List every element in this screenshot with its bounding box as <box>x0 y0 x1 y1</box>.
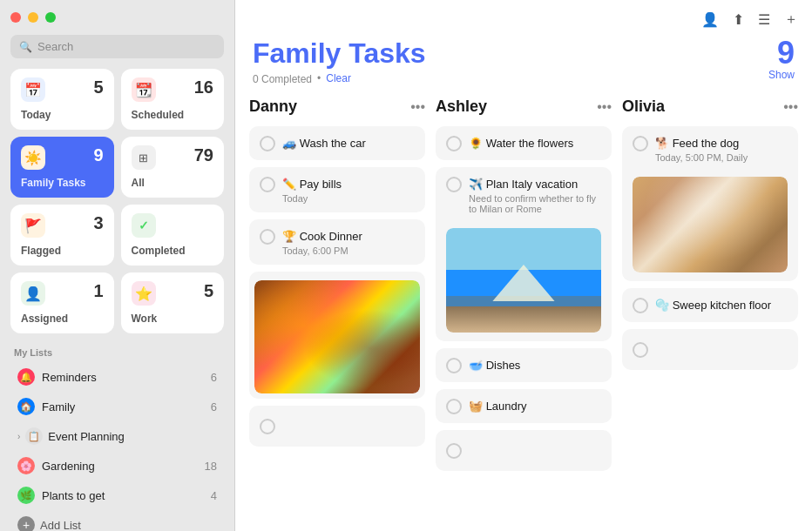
task-title: ✏️ Pay bills <box>282 178 342 191</box>
family-tasks-label: Family Tasks <box>21 177 104 189</box>
close-button[interactable] <box>10 12 21 23</box>
sidebar-item-family[interactable]: 🏠 Family 6 <box>10 393 224 420</box>
add-list-label: Add List <box>40 519 81 532</box>
sidebar-item-gardening[interactable]: 🌸 Gardening 18 <box>10 452 224 480</box>
search-input[interactable]: Search <box>37 40 73 53</box>
plants-label: Plants to get <box>42 489 105 502</box>
ashley-tasks: 🌻 Water the flowers ✈️ Plan Italy vacati… <box>436 126 612 517</box>
plus-icon[interactable]: ＋ <box>784 10 798 29</box>
flagged-icon: 🚩 <box>21 213 45 238</box>
all-icon: ⊞ <box>132 145 156 170</box>
task-empty-olivia[interactable] <box>622 329 798 370</box>
ashley-title: Ashley <box>436 97 487 116</box>
task-feed-dog[interactable]: 🐕 Feed the dog Today, 5:00 PM, Daily <box>622 126 798 281</box>
task-title: 🚙 Wash the car <box>282 137 366 150</box>
smart-card-today[interactable]: 📅 5 Today <box>10 69 114 130</box>
task-checkbox[interactable] <box>633 136 648 151</box>
flagged-count: 3 <box>93 213 103 233</box>
share-icon[interactable]: ⬆ <box>733 11 744 28</box>
sidebar-item-plants[interactable]: 🌿 Plants to get 4 <box>10 481 224 509</box>
event-planning-label: Event Planning <box>48 430 124 443</box>
work-icon: ⭐ <box>132 281 156 306</box>
task-checkbox[interactable] <box>260 177 275 192</box>
search-icon: 🔍 <box>19 41 32 53</box>
task-content: 🫧 Sweep kitchen floor <box>655 297 788 313</box>
task-dishes[interactable]: 🥣 Dishes <box>436 348 612 382</box>
task-wash-car[interactable]: 🚙 Wash the car <box>249 126 425 160</box>
smart-card-all[interactable]: ⊞ 79 All <box>121 137 225 198</box>
task-checkbox[interactable] <box>446 136 462 151</box>
task-content: 🥣 Dishes <box>469 357 601 373</box>
smart-card-work[interactable]: ⭐ 5 Work <box>121 272 225 333</box>
completed-status: 0 Completed <box>253 73 312 85</box>
sidebar-item-reminders[interactable]: 🔔 Reminders 6 <box>10 363 224 391</box>
task-pay-bills[interactable]: ✏️ Pay bills Today <box>249 167 425 212</box>
smart-card-assigned[interactable]: 👤 1 Assigned <box>10 272 114 333</box>
task-empty-danny[interactable] <box>249 406 425 447</box>
person-icon[interactable]: 👤 <box>701 11 719 28</box>
all-label: All <box>132 177 214 189</box>
danny-tasks: 🚙 Wash the car ✏️ Pay bills Today 🏆 Cook… <box>249 126 425 517</box>
smart-card-flagged[interactable]: 🚩 3 Flagged <box>10 205 114 266</box>
task-content: 🐕 Feed the dog Today, 5:00 PM, Daily <box>655 135 788 163</box>
list-icon[interactable]: ☰ <box>758 11 770 28</box>
task-title: 🌻 Water the flowers <box>469 137 573 150</box>
today-label: Today <box>21 109 104 121</box>
gardening-dot: 🌸 <box>17 457 35 474</box>
smart-grid: 📅 5 Today 📆 16 Scheduled ☀️ 9 Family Tas… <box>10 69 224 333</box>
show-button[interactable]: Show <box>768 69 795 81</box>
task-cook-dinner[interactable]: 🏆 Cook Dinner Today, 6:00 PM <box>249 219 425 265</box>
task-checkbox[interactable] <box>446 443 462 459</box>
task-sweep-floor[interactable]: 🫧 Sweep kitchen floor <box>622 288 798 322</box>
task-plan-italy[interactable]: ✈️ Plan Italy vacation Need to confirm w… <box>436 167 612 341</box>
task-checkbox[interactable] <box>446 177 462 192</box>
reminders-label: Reminders <box>42 371 97 384</box>
task-title: 🧺 Laundry <box>469 400 527 413</box>
danny-more-icon[interactable]: ••• <box>410 99 425 115</box>
toolbar: 👤 ⬆ ☰ ＋ <box>235 0 812 32</box>
scheduled-icon: 📆 <box>132 77 156 102</box>
task-food-image[interactable] <box>249 272 425 399</box>
assigned-icon: 👤 <box>21 281 45 306</box>
task-empty-ashley[interactable] <box>436 430 612 471</box>
column-danny: Danny ••• 🚙 Wash the car ✏️ Pay bills To… <box>249 94 425 517</box>
scheduled-label: Scheduled <box>132 109 214 121</box>
task-content: 🧺 Laundry <box>469 398 601 413</box>
task-laundry[interactable]: 🧺 Laundry <box>436 389 612 423</box>
task-checkbox[interactable] <box>633 298 648 313</box>
assigned-label: Assigned <box>21 313 104 325</box>
ashley-more-icon[interactable]: ••• <box>597 99 612 115</box>
column-ashley: Ashley ••• 🌻 Water the flowers ✈️ Pl <box>436 94 612 517</box>
add-list-button[interactable]: + Add List <box>10 509 224 531</box>
main-header: Family Tasks 0 Completed • Clear 9 Show <box>235 32 812 94</box>
task-count: 9 <box>777 37 795 69</box>
clear-button[interactable]: Clear <box>326 72 351 84</box>
task-subtitle: Today, 5:00 PM, Daily <box>655 152 788 163</box>
maximize-button[interactable] <box>45 12 56 23</box>
task-title: 🐕 Feed the dog <box>655 137 739 150</box>
smart-card-scheduled[interactable]: 📆 16 Scheduled <box>121 69 225 130</box>
task-subtitle: Today, 6:00 PM <box>282 245 415 256</box>
task-water-flowers[interactable]: 🌻 Water the flowers <box>436 126 612 160</box>
olivia-tasks: 🐕 Feed the dog Today, 5:00 PM, Daily 🫧 S… <box>622 126 798 517</box>
work-label: Work <box>132 313 214 325</box>
family-dot: 🏠 <box>17 398 35 415</box>
task-checkbox[interactable] <box>260 136 275 151</box>
columns-area: Danny ••• 🚙 Wash the car ✏️ Pay bills To… <box>235 94 812 531</box>
smart-card-family-tasks[interactable]: ☀️ 9 Family Tasks <box>10 137 114 198</box>
dog-image <box>633 177 788 272</box>
task-checkbox[interactable] <box>446 358 462 373</box>
task-checkbox[interactable] <box>633 342 648 358</box>
task-checkbox[interactable] <box>260 229 275 245</box>
smart-card-completed[interactable]: ✓ Completed <box>121 205 225 266</box>
task-checkbox[interactable] <box>260 419 275 434</box>
minimize-button[interactable] <box>28 12 38 23</box>
sidebar-item-event-planning[interactable]: › 📋 Event Planning <box>10 422 224 450</box>
task-title: 🫧 Sweep kitchen floor <box>655 299 771 312</box>
task-checkbox[interactable] <box>446 399 462 414</box>
event-planning-dot: 📋 <box>25 427 43 445</box>
column-header-ashley: Ashley ••• <box>436 94 612 119</box>
search-bar[interactable]: 🔍 Search <box>10 35 224 58</box>
dot-separator: • <box>317 72 321 84</box>
olivia-more-icon[interactable]: ••• <box>783 99 798 115</box>
